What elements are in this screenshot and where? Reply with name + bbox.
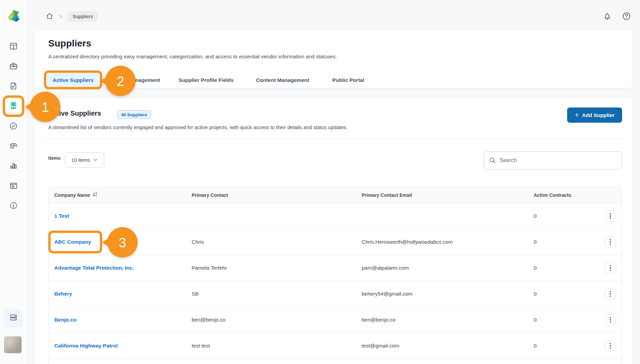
bell-icon	[603, 16, 612, 22]
row-actions-button[interactable]	[605, 314, 616, 325]
suppliers-page: Suppliers Suppliers A centralized direct…	[0, 0, 640, 364]
section-description: A streamlined list of vendors currently …	[48, 124, 347, 130]
search-input[interactable]	[484, 151, 622, 170]
contracts-cell: 0	[534, 265, 597, 271]
table-header-row: Company Name Az Primary Contact Primary …	[49, 187, 622, 203]
page-description: A centralized directory providing easy m…	[48, 54, 337, 60]
row-actions-button[interactable]	[605, 237, 616, 247]
help-button[interactable]	[622, 11, 631, 22]
check-circle-icon	[9, 122, 18, 130]
sidebar-item-public-records[interactable]	[9, 141, 18, 150]
table-row: ABC Company Chris Chris.Hemsworth@hollyw…	[49, 229, 622, 255]
page-header-card: Suppliers A centralized directory provid…	[34, 30, 633, 88]
supplier-count-badge: 40 Suppliers	[117, 110, 151, 119]
column-header-email[interactable]: Primary Contact Email	[362, 192, 534, 198]
suppliers-table: Company Name Az Primary Contact Primary …	[49, 187, 622, 364]
table-row: Benjo.co ben@benjo.co ben@benjo.co 0	[49, 307, 622, 333]
sidebar-item-projects[interactable]	[9, 62, 18, 70]
home-icon	[46, 15, 53, 21]
tree-card-icon	[9, 181, 18, 190]
section-divider	[42, 139, 624, 139]
column-header-company[interactable]: Company Name Az	[54, 192, 192, 198]
contact-cell: ben@benjo.co	[192, 317, 362, 323]
chevron-down-icon	[93, 157, 98, 163]
column-header-label: Company Name	[54, 192, 90, 198]
chevron-right-icon	[59, 14, 63, 20]
sidebar-item-suppliers[interactable]	[5, 98, 22, 114]
tab-label: Active Suppliers	[53, 77, 93, 83]
layout-dashboard-icon	[9, 42, 18, 51]
tab-supplier-profile-fields[interactable]: Supplier Profile Fields	[178, 75, 234, 86]
sidebar-item-integrations[interactable]	[4, 309, 23, 327]
company-link[interactable]: Benjo.co	[54, 317, 192, 323]
briefcase-icon	[9, 62, 18, 70]
page-title: Suppliers	[48, 38, 91, 49]
table-row: 1 Test 0	[49, 203, 622, 229]
logo-icon	[6, 8, 21, 24]
add-supplier-button[interactable]: + Add Supplier	[567, 108, 622, 123]
search-box	[484, 151, 622, 170]
column-header-contact[interactable]: Primary Contact	[192, 192, 362, 198]
contact-cell: Chris	[192, 239, 362, 245]
user-avatar[interactable]	[4, 336, 22, 353]
company-link[interactable]: California Highway Patrol	[54, 343, 192, 349]
bar-chart-icon	[9, 161, 18, 170]
company-link[interactable]: 1 Test	[54, 213, 192, 219]
tab-active-suppliers[interactable]: Active Suppliers	[47, 73, 99, 87]
contracts-cell: 0	[534, 213, 597, 219]
contracts-cell: 0	[534, 343, 597, 349]
breadcrumb-home[interactable]	[46, 12, 53, 21]
sidebar-item-info[interactable]	[9, 201, 18, 210]
tab-invite-management[interactable]: Invite Management	[113, 75, 160, 86]
contact-cell: Pamela Terfehr	[192, 265, 362, 271]
row-actions-button[interactable]	[605, 289, 616, 299]
sidebar-item-approvals[interactable]	[9, 122, 18, 130]
row-actions-button[interactable]	[605, 211, 616, 221]
sidebar-item-dashboard[interactable]	[9, 42, 18, 51]
server-stack-icon	[9, 313, 18, 324]
contact-cell: test test	[192, 343, 362, 349]
contracts-cell: 0	[534, 291, 597, 297]
email-cell: pam@atpalarm.com	[362, 265, 534, 271]
items-label: Items	[48, 155, 61, 161]
contracts-cell: 0	[534, 239, 597, 245]
email-cell: ben@benjo.co	[362, 317, 534, 323]
email-cell: test@gmail.com	[362, 343, 534, 349]
column-header-contracts[interactable]: Active Contracts	[534, 192, 597, 198]
items-per-page-dropdown[interactable]: 10 items	[65, 152, 104, 168]
company-link[interactable]: Behery	[54, 291, 192, 297]
table-row: Behery SB behery54@gmail.com 0	[49, 281, 622, 307]
app-logo[interactable]	[5, 7, 22, 25]
help-icon	[622, 16, 631, 22]
sidebar-item-templates[interactable]	[9, 181, 18, 190]
sidebar-item-reports[interactable]	[9, 161, 18, 170]
active-suppliers-card: Active Suppliers 40 Suppliers A streamli…	[34, 98, 633, 364]
notifications-button[interactable]	[603, 11, 612, 22]
table-row-partial	[49, 359, 622, 364]
tab-public-portal[interactable]: Public Portal	[332, 75, 364, 86]
email-cell: Chris.Hemsworth@hollywoodabcs.com	[362, 239, 534, 245]
breadcrumb	[59, 14, 63, 20]
contracts-cell: 0	[534, 317, 597, 323]
row-actions-button[interactable]	[605, 263, 616, 273]
sort-alpha-icon: Az	[92, 192, 98, 198]
svg-text:z: z	[95, 194, 97, 197]
breadcrumb-current-label: Suppliers	[73, 14, 93, 19]
row-actions-button[interactable]	[605, 340, 616, 351]
plus-icon: +	[575, 111, 579, 118]
tab-content-management[interactable]: Content Management	[256, 75, 309, 86]
sidebar-item-documents[interactable]	[9, 82, 18, 90]
email-cell: behery54@gmail.com	[362, 291, 534, 297]
contact-cell: SB	[192, 291, 362, 297]
table-row: California Highway Patrol test test test…	[49, 333, 622, 359]
breadcrumb-current[interactable]: Suppliers	[67, 11, 98, 22]
section-title: Active Suppliers	[48, 110, 101, 117]
info-circle-icon	[9, 201, 18, 210]
company-link[interactable]: ABC Company	[54, 239, 192, 245]
building-icon	[9, 101, 18, 111]
table-row: Advantage Total Protection, Inc. Pamela …	[49, 255, 622, 281]
bank-search-icon	[9, 141, 18, 150]
company-link[interactable]: Advantage Total Protection, Inc.	[54, 265, 192, 271]
svg-text:A: A	[95, 192, 97, 194]
document-chart-icon	[9, 82, 18, 90]
